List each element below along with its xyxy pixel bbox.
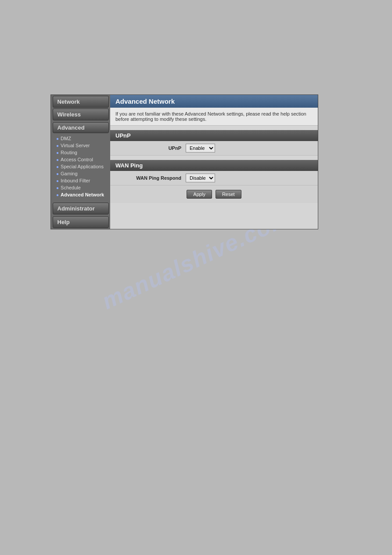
bullet-icon: ● (56, 164, 59, 169)
sidebar-help-btn[interactable]: Help (53, 216, 109, 228)
sidebar-item-schedule[interactable]: ● Schedule (56, 184, 110, 191)
upnp-section-header: UPnP (110, 130, 318, 141)
sidebar-administrator-btn[interactable]: Administrator (53, 203, 109, 214)
sidebar-item-routing[interactable]: ● Routing (56, 149, 110, 156)
sidebar-item-gaming[interactable]: ● Gaming (56, 170, 110, 177)
apply-button[interactable]: Apply (187, 190, 212, 199)
sidebar-item-dmz[interactable]: ● DMZ (56, 135, 110, 142)
page-container: manualshive.com Network Wireless Advance… (0, 0, 392, 555)
bullet-icon: ● (56, 185, 59, 190)
sidebar-item-inbound-filter[interactable]: ● Inbound Filter (56, 177, 110, 184)
bullet-icon: ● (56, 171, 59, 176)
bullet-icon: ● (56, 192, 59, 197)
upnp-label: UPnP (115, 145, 186, 151)
bullet-icon: ● (56, 178, 59, 183)
main-content: Advanced Network If you are not familiar… (110, 95, 318, 229)
bullet-icon: ● (56, 150, 59, 155)
wan-ping-form-row: WAN Ping Respond Enable Disable (110, 171, 318, 185)
sidebar-advanced-items: ● DMZ ● Virtual Server ● Routing (51, 134, 110, 199)
sidebar-item-special-applications[interactable]: ● Special Applications (56, 163, 110, 170)
bullet-icon: ● (56, 136, 59, 141)
sidebar: Network Wireless Advanced ● DMZ ● Virtua… (51, 95, 110, 229)
upnp-select[interactable]: Enable Disable (186, 144, 215, 152)
wan-ping-label: WAN Ping Respond (115, 175, 186, 181)
button-row: Apply Reset (110, 185, 318, 203)
router-ui-frame: Network Wireless Advanced ● DMZ ● Virtua… (50, 94, 318, 229)
page-description: If you are not familiar with these Advan… (110, 108, 318, 126)
sidebar-item-access-control[interactable]: ● Access Control (56, 156, 110, 163)
sidebar-wireless-btn[interactable]: Wireless (53, 109, 109, 120)
reset-button[interactable]: Reset (216, 190, 241, 199)
sidebar-item-virtual-server[interactable]: ● Virtual Server (56, 142, 110, 149)
sidebar-advanced-label: Advanced (53, 122, 109, 133)
sidebar-network-btn[interactable]: Network (53, 96, 109, 108)
wan-ping-section-header: WAN Ping (110, 160, 318, 171)
page-title: Advanced Network (110, 95, 318, 108)
wan-ping-select[interactable]: Enable Disable (186, 174, 215, 182)
upnp-form-row: UPnP Enable Disable (110, 141, 318, 156)
bullet-icon: ● (56, 143, 59, 148)
sidebar-item-advanced-network[interactable]: ● Advanced Network (56, 191, 110, 198)
bullet-icon: ● (56, 157, 59, 162)
